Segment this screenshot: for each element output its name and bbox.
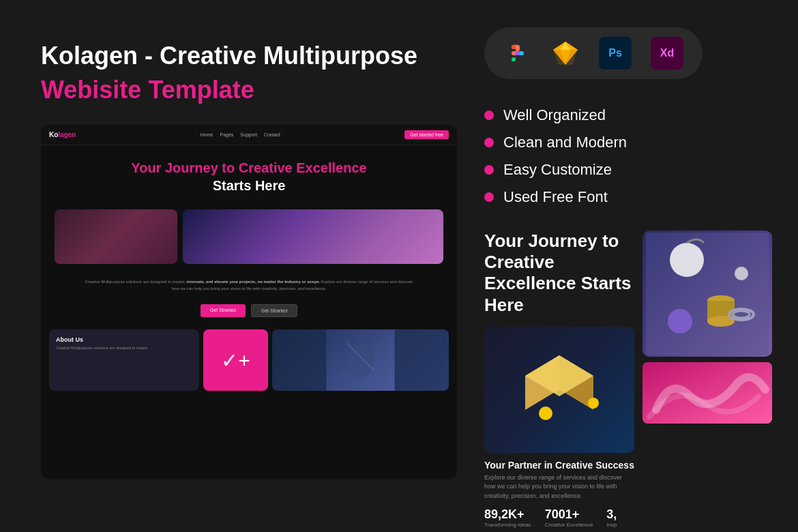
feature-item-4: Used Free Font [484, 188, 771, 206]
stat-transforming: 89,2K+ Transforming Ideas [484, 507, 531, 528]
preview-cta-button[interactable]: Get started free [404, 130, 449, 139]
checkmark-icon: ✓+ [221, 349, 250, 372]
checkmark-card: ✓+ [203, 329, 268, 391]
svg-point-1 [347, 343, 374, 377]
preview-card: Kolagen Home Pages Support Contact Get s… [41, 125, 457, 479]
stat-number-3: 3, [606, 507, 617, 522]
about-us-title: About Us [56, 336, 192, 343]
3d-box-image [484, 327, 634, 453]
preview-image-right [183, 209, 443, 264]
stats-row: 89,2K+ Transforming Ideas 7001+ Creative… [484, 507, 634, 528]
partner-title: Your Partner in Creative Success [484, 460, 634, 471]
right-images [642, 231, 772, 528]
stat-number-2: 7001+ [545, 507, 593, 522]
svg-point-15 [539, 407, 552, 420]
stat-label-1: Transforming Ideas [484, 522, 531, 528]
feature-dot-3 [484, 165, 494, 175]
preview-navbar: Kolagen Home Pages Support Contact Get s… [41, 125, 457, 145]
svg-point-23 [735, 267, 748, 280]
svg-point-16 [588, 398, 599, 409]
preview-image-left [55, 209, 177, 264]
stat-label-3: Insp [606, 522, 617, 528]
preview-body-text: Creative Multipurpose solutions are desi… [41, 272, 457, 299]
hero-text-section: Your Journey to Creative Excellence Star… [484, 231, 634, 528]
feature-dot-4 [484, 192, 494, 202]
preview-buttons: Get Strarted Get Strarted [41, 299, 457, 323]
tools-bar: Ps Xd [484, 27, 703, 79]
right-hero-title: Your Journey to Creative Excellence Star… [484, 231, 634, 316]
ps-icon: Ps [599, 37, 632, 70]
partner-section: Your Partner in Creative Success Explore… [484, 460, 634, 529]
preview-get-started-dark[interactable]: Get Strarted [251, 304, 297, 317]
preview-hero: Your Journey to Creative Excellence Star… [41, 145, 457, 201]
pink-abstract-card [642, 362, 772, 424]
about-us-text: Creative Multipurpose solutions are desi… [56, 346, 192, 351]
left-panel: Kolagen - Creative Multipurpose Webisite… [0, 0, 464, 532]
feature-item-2: Clean and Modern [484, 134, 771, 151]
svg-rect-17 [646, 233, 769, 355]
preview-logo: Kolagen [49, 131, 76, 138]
preview-get-started-pink[interactable]: Get Strarted [201, 304, 246, 317]
hero-regular: Starts Here [213, 178, 286, 193]
stat-label-2: Creative Excellence [545, 522, 593, 528]
feature-dot-1 [484, 110, 494, 120]
nav-home: Home [201, 132, 213, 137]
stat-creative: 7001+ Creative Excellence [545, 507, 593, 528]
3d-shapes-image [642, 231, 772, 357]
figma-icon [503, 39, 532, 68]
blue-card [272, 329, 449, 391]
feature-text-4: Used Free Font [503, 188, 608, 206]
preview-nav-links: Home Pages Support Contact [201, 132, 280, 137]
preview-images-row [41, 201, 457, 272]
svg-point-18 [670, 243, 704, 277]
preview-hero-title: Your Journey to Creative Excellence Star… [68, 159, 430, 194]
nav-contact: Contact [264, 132, 280, 137]
sub-title: Webisite Template [41, 76, 423, 104]
stat-insp: 3, Insp [606, 507, 617, 528]
feature-text-3: Easy Customize [503, 161, 612, 179]
svg-point-22 [668, 309, 692, 334]
features-list: Well Organized Clean and Modern Easy Cus… [484, 106, 771, 206]
sketch-icon [551, 39, 580, 68]
bottom-right-section: Your Journey to Creative Excellence Star… [484, 231, 771, 528]
logo-ko: Ko [49, 131, 58, 138]
feature-item-3: Easy Customize [484, 161, 771, 179]
nav-support: Support [240, 132, 257, 137]
hero-bold: Your Journey to Creative Excellence [131, 160, 366, 175]
feature-text-2: Clean and Modern [503, 134, 627, 151]
about-us-card: About Us Creative Multipurpose solutions… [49, 329, 199, 391]
feature-dot-2 [484, 138, 494, 147]
stat-number-1: 89,2K+ [484, 507, 531, 522]
feature-text-1: Well Organized [503, 106, 606, 124]
xd-icon: Xd [651, 37, 683, 70]
preview-bottom-cards: About Us Creative Multipurpose solutions… [41, 323, 457, 391]
partner-text: Explore our diverse range of services an… [484, 473, 634, 501]
feature-item-1: Well Organized [484, 106, 771, 124]
main-title: Kolagen - Creative Multipurpose [41, 41, 423, 70]
right-panel: Ps Xd Well Organized Clean and Modern Ea… [464, 0, 798, 532]
nav-pages: Pages [220, 132, 234, 137]
